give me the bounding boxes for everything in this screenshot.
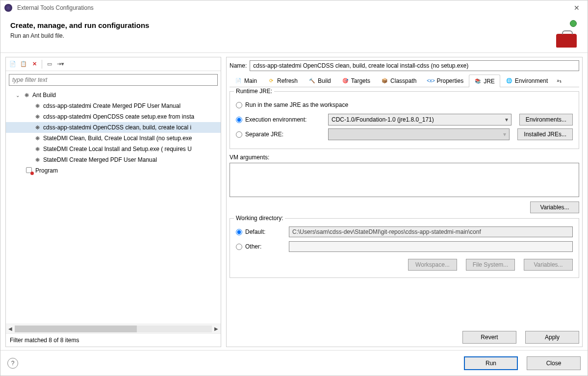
scroll-right-icon[interactable]: ▶ xyxy=(212,325,221,333)
vm-args-label: VM arguments: xyxy=(230,154,579,161)
tab-refresh[interactable]: ⟳Refresh xyxy=(262,74,303,87)
close-button[interactable]: Close xyxy=(527,356,581,370)
exec-env-select[interactable]: CDC-1.0/Foundation-1.0 (jre1.8.0_171)▾ xyxy=(328,114,511,125)
main-icon: 📄 xyxy=(235,77,242,84)
environments-button[interactable]: Environments... xyxy=(519,114,573,125)
radio-separate-jre[interactable]: Separate JRE: xyxy=(236,131,324,138)
eclipse-icon xyxy=(4,4,12,12)
footer: ? Run Close xyxy=(0,350,588,376)
ant-icon xyxy=(33,102,41,110)
tree-item[interactable]: StateDMI Clean, Build, Create Local Inst… xyxy=(6,133,221,144)
ant-icon xyxy=(33,145,41,153)
targets-icon: 🎯 xyxy=(342,77,349,84)
tab-jre[interactable]: 📚JRE xyxy=(469,75,500,87)
radio-wd-other[interactable]: Other: xyxy=(236,243,285,250)
window: External Tools Configurations ✕ Create, … xyxy=(0,0,588,376)
name-input[interactable] xyxy=(250,60,579,71)
ant-icon xyxy=(33,113,41,121)
close-icon[interactable]: ✕ xyxy=(570,2,584,14)
separate-jre-select: ▾ xyxy=(328,128,510,140)
runtime-jre-group: Runtime JRE: Run in the same JRE as the … xyxy=(230,91,579,149)
tab-targets[interactable]: 🎯Targets xyxy=(336,74,376,87)
tabs: 📄Main ⟳Refresh 🔨Build 🎯Targets 📦Classpat… xyxy=(230,74,579,87)
tree-item[interactable]: cdss-app-statedmi OpenCDSS clean, build,… xyxy=(6,122,221,133)
ant-icon xyxy=(33,156,41,164)
titlebar: External Tools Configurations ✕ xyxy=(0,0,588,15)
runtime-jre-title: Runtime JRE: xyxy=(234,88,274,95)
left-panel: 📄 📋 ✕ ▭ ⇥▾ ⌄ Ant Build cdss-app-statedmi… xyxy=(5,57,221,347)
tree-item[interactable]: StateDMI Create Local Install and Setup.… xyxy=(6,144,221,154)
window-title: External Tools Configurations xyxy=(17,4,570,11)
wd-variables-button[interactable]: Variables... xyxy=(524,259,573,271)
refresh-icon: ⟳ xyxy=(268,77,275,84)
working-dir-group: Working directory: Default: Other: Works… xyxy=(230,218,579,278)
h-scrollbar[interactable]: ◀ ▶ xyxy=(6,324,221,333)
filter-icon[interactable]: ⇥▾ xyxy=(55,59,65,69)
ant-icon xyxy=(33,124,41,131)
jre-icon: 📚 xyxy=(474,78,481,85)
installed-jres-button[interactable]: Installed JREs... xyxy=(517,128,573,140)
run-button[interactable]: Run xyxy=(464,356,518,370)
radio-same-jre[interactable]: Run in the same JRE as the workspace xyxy=(236,101,348,108)
page-title: Create, manage, and run configurations xyxy=(10,21,545,29)
name-label: Name: xyxy=(230,62,247,69)
tree-item[interactable]: cdss-app-statedmi Create Merged PDF User… xyxy=(6,100,221,111)
tab-main[interactable]: 📄Main xyxy=(230,74,262,87)
collapse-icon[interactable]: ▭ xyxy=(45,59,54,69)
tab-overflow[interactable]: »₁ xyxy=(553,74,565,87)
properties-icon: <x> xyxy=(427,77,434,84)
wd-other-input xyxy=(289,241,573,252)
filesystem-button[interactable]: File System... xyxy=(466,259,515,271)
working-dir-title: Working directory: xyxy=(234,215,285,222)
tab-properties[interactable]: <x>Properties xyxy=(422,74,469,87)
filter-input[interactable] xyxy=(9,74,218,86)
tab-build[interactable]: 🔨Build xyxy=(303,74,336,87)
tree-root-program[interactable]: Program xyxy=(6,165,221,176)
wd-default-input xyxy=(289,226,573,237)
revert-button[interactable]: Revert xyxy=(462,331,516,344)
radio-wd-default[interactable]: Default: xyxy=(236,228,285,235)
tab-classpath[interactable]: 📦Classpath xyxy=(376,74,422,87)
scroll-left-icon[interactable]: ◀ xyxy=(6,325,15,333)
tab-environment[interactable]: 🌐Environment xyxy=(500,74,553,87)
filter-status: Filter matched 8 of 8 items xyxy=(6,333,221,347)
workspace-button[interactable]: Workspace... xyxy=(408,259,457,271)
left-toolbar: 📄 📋 ✕ ▭ ⇥▾ xyxy=(6,57,221,71)
tree-item[interactable]: cdss-app-statedmi OpenCDSS ceate setup.e… xyxy=(6,111,221,122)
ant-icon xyxy=(33,134,41,142)
tree-item[interactable]: StateDMI Create Merged PDF User Manual xyxy=(6,154,221,165)
delete-config-icon[interactable]: ✕ xyxy=(29,59,39,69)
vm-variables-button[interactable]: Variables... xyxy=(530,201,579,213)
config-tree[interactable]: ⌄ Ant Build cdss-app-statedmi Create Mer… xyxy=(6,89,221,324)
radio-exec-env[interactable]: Execution environment: xyxy=(236,116,324,123)
new-config-icon[interactable]: 📄 xyxy=(8,59,18,69)
toolbox-icon xyxy=(550,21,578,49)
program-icon xyxy=(26,167,33,175)
tree-root-ant[interactable]: ⌄ Ant Build xyxy=(6,90,221,100)
right-panel: Name: 📄Main ⟳Refresh 🔨Build 🎯Targets 📦Cl… xyxy=(226,57,583,347)
copy-config-icon[interactable]: 📋 xyxy=(19,59,28,69)
page-subtitle: Run an Ant build file. xyxy=(10,32,545,39)
help-icon[interactable]: ? xyxy=(7,358,18,369)
environment-icon: 🌐 xyxy=(506,77,512,84)
classpath-icon: 📦 xyxy=(381,77,388,84)
ant-icon xyxy=(23,91,30,99)
vm-args-input[interactable] xyxy=(230,163,579,197)
apply-button[interactable]: Apply xyxy=(525,331,579,344)
header: Create, manage, and run configurations R… xyxy=(0,15,588,53)
build-icon: 🔨 xyxy=(308,77,315,84)
